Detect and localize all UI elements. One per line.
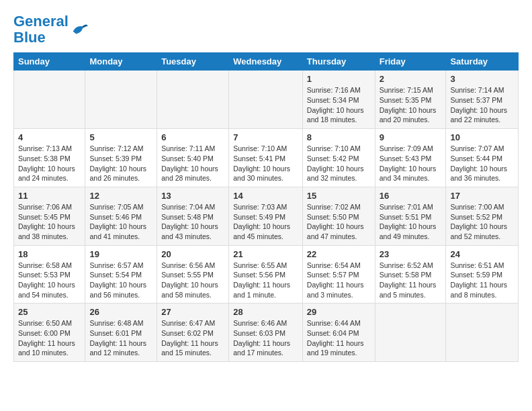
day-info: Sunrise: 6:54 AM Sunset: 5:57 PM Dayligh… xyxy=(307,261,371,300)
day-info: Sunrise: 6:50 AM Sunset: 6:00 PM Dayligh… xyxy=(18,318,81,358)
day-info: Sunrise: 6:56 AM Sunset: 5:55 PM Dayligh… xyxy=(161,261,224,300)
day-number: 9 xyxy=(380,132,442,142)
calendar-cell: 26Sunrise: 6:48 AM Sunset: 6:01 PM Dayli… xyxy=(85,304,157,362)
calendar-cell: 27Sunrise: 6:47 AM Sunset: 6:02 PM Dayli… xyxy=(157,304,229,362)
day-info: Sunrise: 6:44 AM Sunset: 6:04 PM Dayligh… xyxy=(307,318,371,358)
day-info: Sunrise: 7:13 AM Sunset: 5:38 PM Dayligh… xyxy=(18,144,81,183)
day-info: Sunrise: 7:04 AM Sunset: 5:48 PM Dayligh… xyxy=(161,202,224,242)
page-header: General Blue xyxy=(13,13,519,46)
day-info: Sunrise: 6:47 AM Sunset: 6:02 PM Dayligh… xyxy=(161,318,224,358)
day-number: 11 xyxy=(18,191,81,201)
day-info: Sunrise: 7:09 AM Sunset: 5:43 PM Dayligh… xyxy=(380,144,442,183)
calendar-cell: 13Sunrise: 7:04 AM Sunset: 5:48 PM Dayli… xyxy=(157,187,229,245)
calendar-cell: 9Sunrise: 7:09 AM Sunset: 5:43 PM Daylig… xyxy=(375,129,446,187)
day-info: Sunrise: 6:52 AM Sunset: 5:58 PM Dayligh… xyxy=(380,261,442,300)
calendar-week-row: 11Sunrise: 7:06 AM Sunset: 5:45 PM Dayli… xyxy=(14,187,519,245)
day-info: Sunrise: 7:07 AM Sunset: 5:44 PM Dayligh… xyxy=(450,144,514,183)
day-info: Sunrise: 6:57 AM Sunset: 5:54 PM Dayligh… xyxy=(89,261,152,300)
calendar-cell: 21Sunrise: 6:55 AM Sunset: 5:56 PM Dayli… xyxy=(229,245,303,304)
day-info: Sunrise: 7:14 AM Sunset: 5:37 PM Dayligh… xyxy=(450,85,514,125)
day-number: 21 xyxy=(233,249,298,259)
day-info: Sunrise: 7:10 AM Sunset: 5:42 PM Dayligh… xyxy=(307,144,371,183)
day-number: 20 xyxy=(161,249,224,259)
day-number: 17 xyxy=(450,191,514,201)
day-number: 23 xyxy=(380,249,442,259)
day-number: 1 xyxy=(307,74,371,84)
calendar-cell: 5Sunrise: 7:12 AM Sunset: 5:39 PM Daylig… xyxy=(85,129,157,187)
day-info: Sunrise: 7:05 AM Sunset: 5:46 PM Dayligh… xyxy=(89,202,152,242)
calendar-week-row: 1Sunrise: 7:16 AM Sunset: 5:34 PM Daylig… xyxy=(14,71,519,129)
calendar-cell: 18Sunrise: 6:58 AM Sunset: 5:53 PM Dayli… xyxy=(14,245,85,304)
day-info: Sunrise: 7:16 AM Sunset: 5:34 PM Dayligh… xyxy=(307,85,371,125)
day-number: 10 xyxy=(450,132,514,142)
calendar-cell: 23Sunrise: 6:52 AM Sunset: 5:58 PM Dayli… xyxy=(375,245,446,304)
day-number: 29 xyxy=(307,307,371,317)
day-info: Sunrise: 7:03 AM Sunset: 5:49 PM Dayligh… xyxy=(233,202,298,242)
header-monday: Monday xyxy=(85,53,157,71)
day-number: 24 xyxy=(450,249,514,259)
day-number: 19 xyxy=(89,249,152,259)
calendar-cell: 22Sunrise: 6:54 AM Sunset: 5:57 PM Dayli… xyxy=(302,245,375,304)
day-number: 12 xyxy=(89,191,152,201)
day-info: Sunrise: 6:58 AM Sunset: 5:53 PM Dayligh… xyxy=(18,261,81,300)
calendar-cell: 10Sunrise: 7:07 AM Sunset: 5:44 PM Dayli… xyxy=(446,129,519,187)
day-info: Sunrise: 7:11 AM Sunset: 5:40 PM Dayligh… xyxy=(161,144,224,183)
day-info: Sunrise: 7:01 AM Sunset: 5:51 PM Dayligh… xyxy=(380,202,442,242)
day-number: 4 xyxy=(18,132,81,142)
day-number: 14 xyxy=(233,191,298,201)
calendar-cell: 17Sunrise: 7:00 AM Sunset: 5:52 PM Dayli… xyxy=(446,187,519,245)
calendar-cell xyxy=(446,304,519,362)
header-tuesday: Tuesday xyxy=(157,53,229,71)
calendar-cell: 4Sunrise: 7:13 AM Sunset: 5:38 PM Daylig… xyxy=(14,129,85,187)
header-friday: Friday xyxy=(375,53,446,71)
calendar-cell: 1Sunrise: 7:16 AM Sunset: 5:34 PM Daylig… xyxy=(302,71,375,129)
day-number: 6 xyxy=(161,132,224,142)
calendar-cell: 8Sunrise: 7:10 AM Sunset: 5:42 PM Daylig… xyxy=(302,129,375,187)
day-number: 5 xyxy=(89,132,152,142)
calendar-cell: 25Sunrise: 6:50 AM Sunset: 6:00 PM Dayli… xyxy=(14,304,85,362)
calendar-cell: 29Sunrise: 6:44 AM Sunset: 6:04 PM Dayli… xyxy=(302,304,375,362)
day-number: 26 xyxy=(89,307,152,317)
calendar-cell: 6Sunrise: 7:11 AM Sunset: 5:40 PM Daylig… xyxy=(157,129,229,187)
day-number: 16 xyxy=(380,191,442,201)
day-number: 15 xyxy=(307,191,371,201)
day-number: 28 xyxy=(233,307,298,317)
day-number: 13 xyxy=(161,191,224,201)
day-number: 25 xyxy=(18,307,81,317)
calendar-cell xyxy=(157,71,229,129)
day-number: 18 xyxy=(18,249,81,259)
day-number: 22 xyxy=(307,249,371,259)
calendar-cell xyxy=(14,71,85,129)
day-number: 8 xyxy=(307,132,371,142)
day-info: Sunrise: 7:10 AM Sunset: 5:41 PM Dayligh… xyxy=(233,144,298,183)
calendar-cell: 24Sunrise: 6:51 AM Sunset: 5:59 PM Dayli… xyxy=(446,245,519,304)
day-info: Sunrise: 6:46 AM Sunset: 6:03 PM Dayligh… xyxy=(233,318,298,358)
calendar-cell: 20Sunrise: 6:56 AM Sunset: 5:55 PM Dayli… xyxy=(157,245,229,304)
logo: General Blue xyxy=(13,13,89,46)
day-info: Sunrise: 7:02 AM Sunset: 5:50 PM Dayligh… xyxy=(307,202,371,242)
calendar-table: SundayMondayTuesdayWednesdayThursdayFrid… xyxy=(13,52,519,362)
calendar-cell: 3Sunrise: 7:14 AM Sunset: 5:37 PM Daylig… xyxy=(446,71,519,129)
calendar-week-row: 25Sunrise: 6:50 AM Sunset: 6:00 PM Dayli… xyxy=(14,304,519,362)
day-number: 7 xyxy=(233,132,298,142)
calendar-cell: 16Sunrise: 7:01 AM Sunset: 5:51 PM Dayli… xyxy=(375,187,446,245)
calendar-cell: 28Sunrise: 6:46 AM Sunset: 6:03 PM Dayli… xyxy=(229,304,303,362)
header-sunday: Sunday xyxy=(14,53,85,71)
header-saturday: Saturday xyxy=(446,53,519,71)
calendar-cell: 11Sunrise: 7:06 AM Sunset: 5:45 PM Dayli… xyxy=(14,187,85,245)
day-info: Sunrise: 7:12 AM Sunset: 5:39 PM Dayligh… xyxy=(89,144,152,183)
calendar-cell: 14Sunrise: 7:03 AM Sunset: 5:49 PM Dayli… xyxy=(229,187,303,245)
logo-text: General Blue xyxy=(13,13,89,46)
day-number: 27 xyxy=(161,307,224,317)
header-wednesday: Wednesday xyxy=(229,53,303,71)
logo-bird-icon xyxy=(70,20,89,39)
day-info: Sunrise: 6:48 AM Sunset: 6:01 PM Dayligh… xyxy=(89,318,152,358)
calendar-cell: 7Sunrise: 7:10 AM Sunset: 5:41 PM Daylig… xyxy=(229,129,303,187)
calendar-week-row: 4Sunrise: 7:13 AM Sunset: 5:38 PM Daylig… xyxy=(14,129,519,187)
day-number: 2 xyxy=(380,74,442,84)
day-info: Sunrise: 7:15 AM Sunset: 5:35 PM Dayligh… xyxy=(380,85,442,125)
day-info: Sunrise: 7:00 AM Sunset: 5:52 PM Dayligh… xyxy=(450,202,514,242)
day-number: 3 xyxy=(450,74,514,84)
calendar-cell: 12Sunrise: 7:05 AM Sunset: 5:46 PM Dayli… xyxy=(85,187,157,245)
header-thursday: Thursday xyxy=(302,53,375,71)
